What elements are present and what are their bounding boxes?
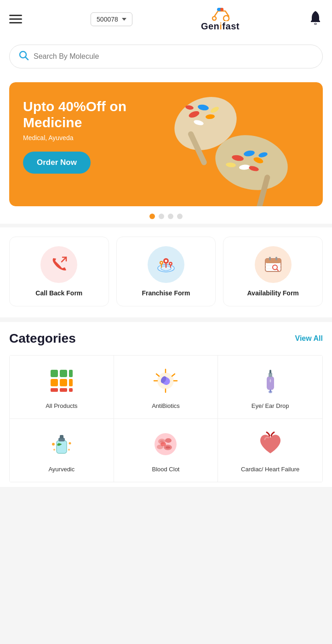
- category-eye-ear-drop[interactable]: Eye/ Ear Drop: [218, 356, 322, 419]
- franchise-icon-circle: [148, 246, 184, 283]
- svg-point-27: [165, 260, 167, 262]
- banner-subtitle: Medical, Ayuveda: [23, 134, 180, 141]
- search-section: [0, 38, 332, 78]
- category-all-products[interactable]: All Products: [10, 356, 114, 419]
- svg-rect-48: [69, 388, 73, 392]
- view-all-button[interactable]: View All: [295, 334, 323, 343]
- dot-4[interactable]: [177, 214, 183, 219]
- category-cardiac[interactable]: Cardiac/ Heart Failure: [218, 419, 322, 482]
- svg-point-68: [68, 449, 70, 451]
- blood-clot-icon: [149, 428, 182, 460]
- svg-rect-64: [60, 435, 63, 439]
- location-icon: [155, 254, 177, 276]
- ayurvedic-icon: [46, 428, 78, 460]
- search-bar: [9, 45, 323, 68]
- categories-title: Categories: [9, 331, 76, 346]
- action-cards: Call Back Form Franchise Form: [0, 227, 332, 317]
- banner-section: Upto 40%Off on Medicine Medical, Ayuveda…: [0, 78, 332, 206]
- categories-header: Categories View All: [9, 331, 323, 346]
- categories-section: Categories View All All Products: [0, 322, 332, 487]
- svg-point-75: [160, 441, 164, 443]
- cardiac-label: Cardiac/ Heart Failure: [241, 466, 299, 473]
- svg-rect-60: [269, 370, 271, 373]
- chevron-down-icon: [122, 18, 126, 21]
- dot-1[interactable]: [149, 214, 155, 219]
- svg-point-67: [53, 449, 55, 451]
- app-header: 500078 Genifast: [0, 0, 332, 38]
- svg-point-71: [165, 438, 172, 443]
- svg-rect-58: [267, 376, 274, 390]
- call-back-icon-circle: [40, 246, 77, 283]
- search-input[interactable]: [34, 52, 314, 61]
- dot-2[interactable]: [159, 214, 164, 219]
- svg-rect-45: [69, 379, 73, 386]
- svg-line-6: [26, 57, 29, 60]
- banner-title: Upto 40%Off on Medicine: [23, 99, 180, 130]
- availability-label: Availability Form: [247, 289, 299, 297]
- svg-line-53: [172, 374, 175, 376]
- category-ayurvedic[interactable]: Ayurvedic: [10, 419, 114, 482]
- location-code: 500078: [97, 16, 118, 23]
- antibiotics-label: AntiBiotics: [152, 402, 180, 409]
- antibiotics-icon: [149, 365, 182, 397]
- category-antibiotics[interactable]: AntiBiotics: [114, 356, 218, 419]
- svg-point-29: [161, 262, 162, 264]
- blood-clot-label: Blood Clot: [152, 466, 180, 473]
- menu-button[interactable]: [9, 15, 22, 23]
- eye-ear-drop-icon: [254, 365, 286, 397]
- call-back-form-card[interactable]: Call Back Form: [9, 237, 109, 306]
- franchise-label: Franchise Form: [142, 289, 190, 297]
- category-blood-clot[interactable]: Blood Clot: [114, 419, 218, 482]
- svg-point-31: [170, 263, 172, 265]
- svg-point-4: [315, 23, 317, 25]
- all-products-icon: [46, 365, 78, 397]
- banner-content: Upto 40%Off on Medicine Medical, Ayuveda…: [23, 99, 180, 174]
- availability-form-card[interactable]: Availability Form: [223, 237, 323, 306]
- svg-rect-39: [275, 257, 277, 260]
- svg-point-65: [52, 443, 55, 446]
- banner-slide-1: Upto 40%Off on Medicine Medical, Ayuveda…: [9, 82, 323, 206]
- franchise-form-card[interactable]: Franchise Form: [116, 237, 216, 306]
- svg-rect-38: [269, 257, 271, 260]
- svg-point-66: [69, 442, 71, 445]
- svg-point-0: [223, 16, 229, 21]
- bell-icon: [308, 10, 323, 25]
- svg-rect-40: [51, 370, 58, 377]
- calendar-icon: [263, 254, 284, 275]
- phone-icon: [49, 254, 69, 275]
- svg-rect-46: [51, 388, 58, 392]
- dot-3[interactable]: [168, 214, 173, 219]
- app-logo: Genifast: [201, 6, 240, 32]
- svg-point-74: [160, 442, 166, 446]
- svg-rect-3: [220, 8, 223, 11]
- svg-rect-33: [265, 259, 281, 263]
- categories-grid: All Products A: [9, 355, 323, 482]
- svg-rect-62: [57, 441, 67, 453]
- logo-text: Genifast: [201, 21, 240, 32]
- ayurvedic-label: Ayurvedic: [48, 466, 74, 473]
- cardiac-icon: [254, 428, 286, 460]
- eye-ear-drop-label: Eye/ Ear Drop: [252, 402, 289, 409]
- availability-icon-circle: [255, 246, 292, 283]
- svg-rect-41: [60, 370, 67, 377]
- svg-rect-42: [69, 370, 73, 377]
- notification-button[interactable]: [308, 10, 323, 28]
- call-back-label: Call Back Form: [35, 289, 82, 297]
- svg-line-55: [156, 374, 159, 376]
- order-now-button[interactable]: Order Now: [23, 152, 91, 174]
- all-products-label: All Products: [46, 402, 77, 409]
- logo-icon: [209, 6, 232, 21]
- location-selector[interactable]: 500078: [91, 12, 132, 26]
- svg-point-1: [212, 17, 216, 20]
- svg-point-76: [166, 446, 170, 449]
- banner-carousel[interactable]: Upto 40%Off on Medicine Medical, Ayuveda…: [9, 82, 323, 206]
- svg-rect-47: [60, 388, 67, 392]
- search-icon: [18, 50, 29, 63]
- svg-rect-43: [51, 379, 58, 386]
- carousel-dots: [0, 206, 332, 224]
- svg-rect-44: [60, 379, 67, 386]
